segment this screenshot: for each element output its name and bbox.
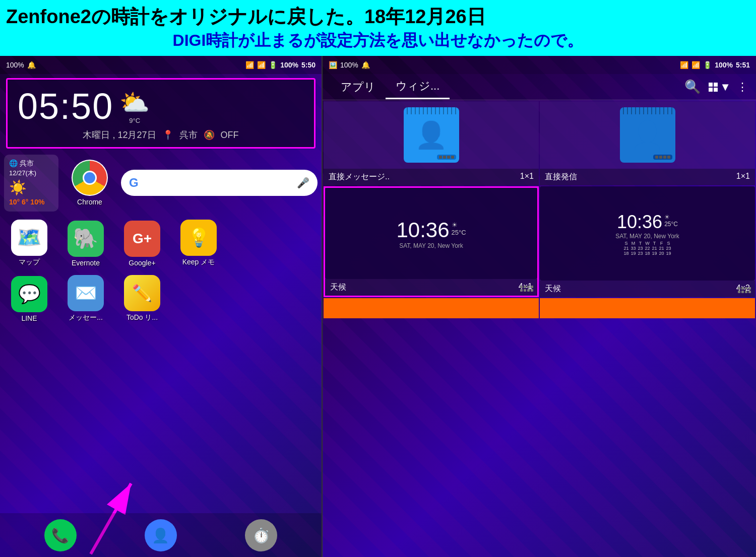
- screen-icon: 🖼️: [329, 61, 337, 69]
- todo-icon: ✏️: [124, 275, 160, 311]
- wifi-icon-left: 📶: [245, 61, 254, 69]
- line-label: LINE: [21, 314, 37, 322]
- dot: [748, 287, 751, 290]
- weather-sun-icon: ☀️: [9, 178, 27, 197]
- temperature-display: 9°C: [129, 117, 140, 124]
- dot: [520, 289, 523, 292]
- keep-app[interactable]: 💡 Keep メモ: [173, 220, 224, 267]
- widget-weather-4x1[interactable]: 10:36 ☀ 25°C SAT, MAY 20, New York: [324, 186, 539, 297]
- dot: [738, 291, 740, 293]
- maps-app[interactable]: 🗺️ マップ: [4, 220, 54, 267]
- bottom-cell-1: [324, 298, 539, 318]
- todo-app[interactable]: ✏️ ToDo リ...: [117, 275, 167, 322]
- cal-header: F: [658, 241, 665, 246]
- tab-grid-icon[interactable]: ▼: [709, 81, 731, 94]
- cal-cell: 22: [644, 246, 651, 251]
- tab-search-icon[interactable]: 🔍: [684, 79, 701, 95]
- widget-direct-call[interactable]: 👤 直接発信 1×1: [540, 101, 755, 185]
- status-right: 📶 📶 🔋 100% 5:50: [245, 61, 316, 69]
- widget-name-4: 天候: [545, 284, 561, 294]
- badge-dot: [443, 156, 446, 159]
- signal-icon-right: 📶: [691, 61, 700, 69]
- dots-grid-small: [520, 286, 533, 292]
- chrome-app[interactable]: Chrome: [65, 160, 115, 206]
- google-search-bar[interactable]: G 🎤: [121, 170, 318, 196]
- clock-widget-preview-large: 10:36 ☀ 25°C SAT, MAY 20, New York S M: [540, 186, 755, 281]
- dot: [520, 286, 523, 288]
- cal-cell: 18: [622, 251, 629, 256]
- cal-cell: 19: [665, 251, 672, 256]
- clock-widget-preview-small: 10:36 ☀ 25°C SAT, MAY 20, New York: [325, 188, 537, 279]
- contact-person-icon-2: 👤: [631, 120, 664, 151]
- alarm-off-icon: 🔕: [204, 129, 215, 141]
- weather-city-globe: 🌐: [9, 159, 18, 169]
- main-content: 100% 🔔 📶 📶 🔋 100% 5:50 05:50 ⛅ 9°C 木: [0, 56, 756, 557]
- status-left: 100% 🔔: [6, 61, 36, 69]
- battery-icon-left: 🔋: [269, 61, 277, 69]
- gplus-label: Google+: [129, 259, 155, 267]
- weather-city-widget: 🌐 呉市 12/27(木) ☀️ 10° 6° 10%: [4, 155, 58, 212]
- cal-header: T: [637, 241, 644, 246]
- tab-bar: アプリ ウィジ... 🔍 ▼ ⋮: [323, 74, 756, 100]
- weather-icon-big: ⛅: [119, 89, 150, 117]
- weather-city-temps: 10° 6° 10%: [9, 197, 53, 207]
- dot: [527, 286, 530, 288]
- status-bar-left: 100% 🔔 📶 📶 🔋 100% 5:50: [0, 56, 322, 74]
- dots-grid-large: [738, 287, 751, 293]
- evernote-app[interactable]: 🐘 Evernote: [60, 221, 111, 267]
- widget-label-bar-1: 直接メッセージ.. 1×1: [324, 169, 539, 185]
- cal-cell: 21: [622, 246, 629, 251]
- app-row-2: 🗺️ マップ 🐘 Evernote G+ Google+ 💡 Keep メモ: [0, 220, 322, 267]
- sun-icon-small: ☀: [452, 221, 466, 229]
- badge-dot: [447, 156, 450, 159]
- widget-label-bar-3: 天候 4×1: [325, 279, 537, 296]
- signal-icon-left: 📶: [257, 61, 266, 69]
- title-line2: DIGI時計が止まるが設定方法を思い出せなかったので。: [6, 30, 750, 52]
- grid-dot: [714, 88, 718, 92]
- cal-cell: 23: [637, 246, 644, 251]
- wifi-icon-right: 📶: [680, 61, 688, 69]
- widget-name-2: 直接発信: [545, 172, 577, 182]
- chrome-circle-inner: [83, 171, 97, 185]
- tab-widgets[interactable]: ウィジ...: [386, 75, 450, 99]
- line-icon: 💬: [11, 276, 47, 312]
- dot: [527, 289, 530, 292]
- dot: [531, 289, 533, 292]
- header-banner: Zenfone2の時計をオリジナルに戻した。18年12月26日 DIGI時計が止…: [0, 0, 756, 56]
- widget-direct-message[interactable]: 👤 直接メッセージ.. 1×1: [324, 101, 539, 185]
- dot: [748, 291, 751, 293]
- mini-time-small: 10:36: [396, 218, 449, 242]
- dock-phone-icon[interactable]: 📞: [44, 519, 77, 551]
- gplus-icon: G+: [124, 221, 160, 257]
- widget-preview-1: 👤: [324, 101, 539, 169]
- contact-message-icon: 👤: [404, 107, 459, 163]
- rain-chance: 10%: [30, 198, 44, 206]
- status-right-right-icons: 📶 📶 🔋 100% 5:51: [680, 61, 750, 69]
- mini-date-small: SAT, MAY 20, New York: [399, 242, 463, 249]
- tab-apps[interactable]: アプリ: [331, 76, 386, 99]
- dot: [524, 289, 526, 292]
- alarm-icon: 🔔: [27, 61, 36, 69]
- evernote-label: Evernote: [72, 259, 100, 267]
- widget-weather-4x2[interactable]: 10:36 ☀ 25°C SAT, MAY 20, New York S M: [540, 186, 755, 297]
- clock-time-display: 05:50: [18, 86, 113, 127]
- sun-icon-large: ☀: [664, 214, 678, 221]
- widget-label-bar-2: 直接発信 1×1: [540, 169, 755, 185]
- gplus-app[interactable]: G+ Google+: [117, 221, 167, 267]
- widget-name-1: 直接メッセージ..: [329, 172, 390, 182]
- contact-badge-2: [653, 155, 672, 160]
- dock-speedometer-icon[interactable]: ⏱️: [245, 519, 277, 551]
- mini-temp-icon-2: ☀ 25°C: [664, 212, 678, 228]
- grid-dot: [709, 88, 713, 92]
- tab-more-icon[interactable]: ⋮: [737, 81, 748, 94]
- cal-cell: 23: [665, 246, 672, 251]
- temp-large: 25°C: [664, 221, 678, 228]
- temp-high: 10°: [9, 198, 20, 206]
- mini-temp-icon: ☀ 25°C: [452, 218, 466, 236]
- dot: [745, 291, 747, 293]
- dock-contacts-icon[interactable]: 👤: [145, 519, 177, 551]
- grid-icon: [709, 83, 718, 92]
- line-app[interactable]: 💬 LINE: [4, 276, 54, 322]
- messages-app[interactable]: ✉️ メッセー...: [60, 275, 111, 322]
- cal-cell: 20: [658, 251, 665, 256]
